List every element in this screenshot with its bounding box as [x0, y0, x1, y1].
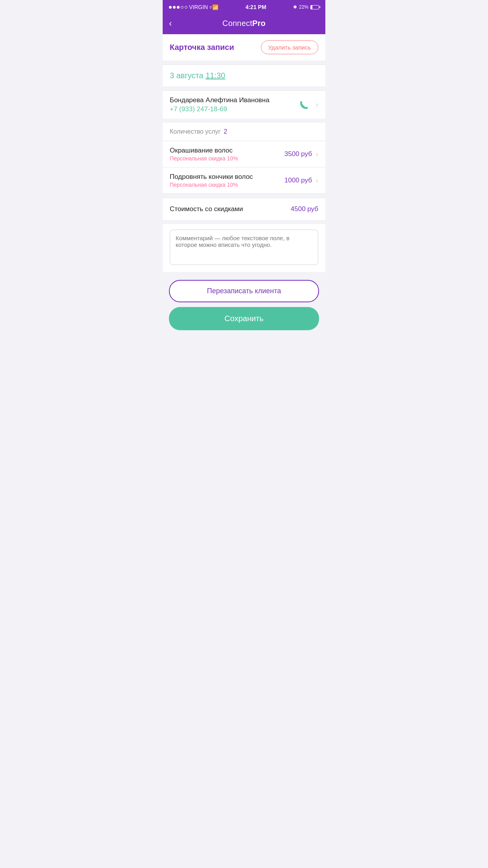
wifi-icon: ▿📶	[209, 4, 218, 10]
service-2-name: Подровнять кончики волос	[170, 173, 253, 181]
buttons-section: Перезаписать клиента Сохранить	[163, 278, 325, 338]
nav-title-normal: Connect	[222, 19, 252, 28]
status-time: 4:21 PM	[246, 4, 266, 10]
save-button[interactable]: Сохранить	[169, 307, 319, 330]
chevron-right-icon-1: ›	[316, 150, 318, 158]
date-row: 3 августа 11:30	[163, 64, 325, 86]
header-section: Карточка записи Удалить запись	[163, 34, 325, 61]
services-count-row: Количество услуг 2	[163, 123, 325, 141]
contact-actions: ›	[298, 99, 318, 111]
service-1-discount: Персональная скидка 10%	[170, 155, 238, 162]
content: Карточка записи Удалить запись 3 августа…	[163, 34, 325, 338]
section-title: Карточка записи	[170, 43, 234, 52]
contact-row[interactable]: Бондарева Алефтина Ивановна +7 (933) 247…	[163, 90, 325, 119]
dot1	[169, 6, 172, 9]
date-text: 3 августа 11:30	[170, 71, 225, 80]
service-2-right: 1000 руб ›	[284, 177, 318, 185]
status-left: VIRGIN ▿📶	[169, 4, 218, 10]
battery-fill	[311, 6, 312, 9]
contact-name: Бондарева Алефтина Ивановна	[170, 96, 270, 104]
date-label: 3 августа	[170, 71, 204, 80]
dot5	[185, 6, 187, 9]
phone-icon	[299, 100, 309, 110]
total-row: Стоимость со скидками 4500 руб	[163, 198, 325, 220]
battery-icon	[310, 5, 319, 9]
total-label: Стоимость со скидками	[170, 205, 243, 213]
status-right: ✱ 22%	[293, 4, 319, 10]
chevron-right-icon-2: ›	[316, 177, 318, 185]
battery-percent: 22%	[299, 4, 308, 10]
header-row: Карточка записи Удалить запись	[163, 34, 325, 61]
date-section: 3 августа 11:30	[163, 64, 325, 86]
service-1-price: 3500 руб	[284, 150, 312, 158]
contact-phone[interactable]: +7 (933) 247-18-69	[170, 105, 270, 113]
chevron-right-icon: ›	[316, 101, 318, 109]
carrier-label: VIRGIN	[189, 4, 208, 10]
service-1-right: 3500 руб ›	[284, 150, 318, 158]
service-1-info: Окрашивание волос Персональная скидка 10…	[170, 147, 238, 162]
services-count-num: 2	[224, 128, 227, 135]
status-bar: VIRGIN ▿📶 4:21 PM ✱ 22%	[163, 0, 325, 14]
delete-button[interactable]: Удалить запись	[261, 40, 318, 54]
dot3	[177, 6, 180, 9]
services-count-label: Количество услуг	[170, 128, 220, 135]
service-2-price: 1000 руб	[284, 177, 312, 184]
dot4	[181, 6, 183, 9]
nav-title-bold: Pro	[252, 19, 266, 28]
bluetooth-icon: ✱	[293, 4, 297, 10]
dot2	[173, 6, 176, 9]
signal-dots	[169, 6, 187, 9]
time-label[interactable]: 11:30	[205, 71, 225, 80]
service-item-1[interactable]: Окрашивание волос Персональная скидка 10…	[163, 141, 325, 167]
service-2-discount: Персональная скидка 10%	[170, 182, 253, 188]
nav-title: ConnectPro	[222, 19, 266, 28]
total-price: 4500 руб	[291, 205, 318, 213]
comment-input[interactable]	[170, 230, 318, 265]
service-item-2[interactable]: Подровнять кончики волос Персональная ск…	[163, 167, 325, 194]
comment-section	[163, 224, 325, 272]
services-section: Количество услуг 2 Окрашивание волос Пер…	[163, 123, 325, 194]
service-2-info: Подровнять кончики волос Персональная ск…	[170, 173, 253, 188]
call-button[interactable]	[298, 99, 310, 111]
reschedule-button[interactable]: Перезаписать клиента	[169, 280, 319, 302]
contact-info: Бондарева Алефтина Ивановна +7 (933) 247…	[170, 96, 270, 113]
nav-bar: ‹ ConnectPro	[163, 14, 325, 34]
back-button[interactable]: ‹	[169, 19, 172, 28]
service-1-name: Окрашивание волос	[170, 147, 238, 154]
